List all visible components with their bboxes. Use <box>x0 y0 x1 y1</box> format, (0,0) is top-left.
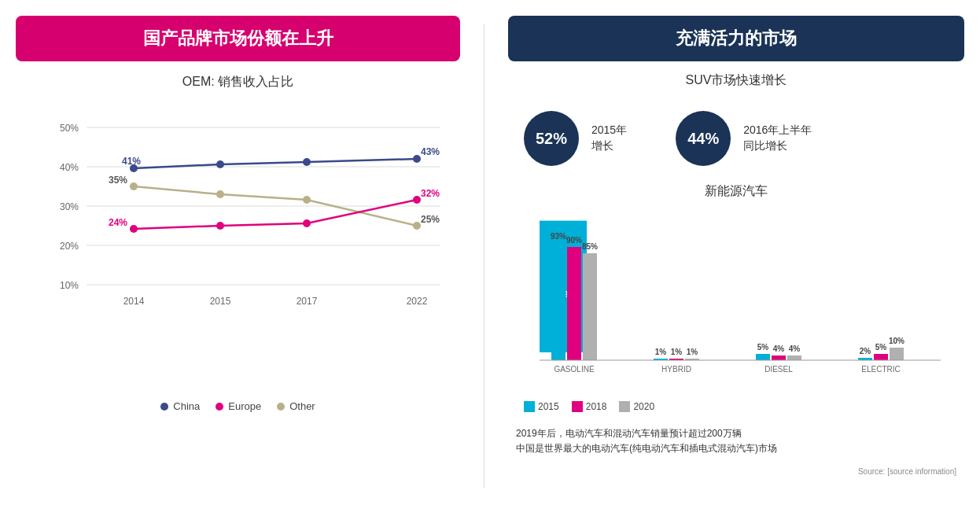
suv-stat1-circle: 52% <box>524 111 579 166</box>
svg-text:1%: 1% <box>687 348 698 356</box>
line-chart-area: 50% 40% 30% 20% 10% 2014 2015 2017 2022 <box>16 108 460 378</box>
svg-text:24%: 24% <box>109 217 127 228</box>
svg-text:5%: 5% <box>875 343 887 352</box>
svg-rect-49 <box>772 355 786 360</box>
suv-stat2-label: 2016年上半年同比增长 <box>743 123 812 153</box>
svg-text:85%: 85% <box>582 242 598 251</box>
line-chart-svg: 50% 40% 30% 20% 10% 2014 2015 2017 2022 <box>55 116 448 352</box>
svg-text:2022: 2022 <box>407 296 428 307</box>
svg-text:30%: 30% <box>60 201 79 212</box>
svg-rect-37 <box>583 253 597 360</box>
svg-text:25%: 25% <box>421 214 440 225</box>
legend-dot-other <box>277 403 285 411</box>
legend-label-china: China <box>173 400 200 412</box>
svg-point-21 <box>216 190 224 198</box>
right-title-box: 充满活力的市场 <box>508 16 964 61</box>
footer-text: 2019年后，电动汽车和混动汽车销量预计超过200万辆 中国是世界最大的电动汽车… <box>508 426 964 456</box>
svg-rect-58 <box>890 348 904 360</box>
svg-text:2017: 2017 <box>297 296 318 307</box>
bar-legend-2015: 2015 <box>524 401 559 412</box>
svg-text:4%: 4% <box>773 344 785 353</box>
legend-dot-china <box>160 403 168 411</box>
svg-text:93%: 93% <box>551 232 566 241</box>
svg-text:20%: 20% <box>60 241 79 252</box>
bar-legend-label-2015: 2015 <box>538 401 559 412</box>
suv-stat2-value: 44% <box>687 130 719 148</box>
svg-point-16 <box>303 158 311 166</box>
right-panel: 充满活力的市场 SUV市场快速增长 52% 2015年增长 44% 2016年上… <box>508 16 964 496</box>
bar-chart-legend: 2015 2018 2020 <box>508 398 964 415</box>
suv-stats: 52% 2015年增长 44% 2016年上半年同比增长 <box>508 105 964 172</box>
legend-europe: Europe <box>216 400 261 412</box>
left-panel: 国产品牌市场份额在上升 OEM: 销售收入占比 50% 40% 30% 20% … <box>16 16 460 496</box>
svg-text:4%: 4% <box>789 344 801 353</box>
bar-legend-color-2020 <box>619 401 630 412</box>
svg-text:32%: 32% <box>421 188 440 199</box>
svg-text:43%: 43% <box>421 146 440 157</box>
svg-text:2015: 2015 <box>210 296 231 307</box>
svg-text:10%: 10% <box>889 337 904 345</box>
svg-rect-56 <box>874 354 888 360</box>
divider <box>484 24 484 488</box>
bar-legend-color-2018 <box>572 401 583 412</box>
bar-legend-2018: 2018 <box>572 401 607 412</box>
bar-legend-color-2015 <box>524 401 535 412</box>
legend-other: Other <box>277 400 315 412</box>
bar-legend-2020: 2020 <box>619 401 654 412</box>
suv-stat1-label: 2015年增长 <box>591 123 627 153</box>
svg-text:10%: 10% <box>60 280 79 291</box>
right-title: 充满活力的市场 <box>676 28 797 48</box>
legend-china: China <box>160 400 200 412</box>
bar-legend-label-2018: 2018 <box>586 401 607 412</box>
suv-stat1-value: 52% <box>536 130 567 148</box>
svg-rect-33 <box>551 243 566 360</box>
svg-text:GASOLINE: GASOLINE <box>554 365 594 374</box>
svg-text:35%: 35% <box>109 175 127 186</box>
chart-legend: China Europe Other <box>16 400 460 412</box>
bar-chart-svg: 93% 93% 90% 85% GASOLINE 1% 1% 1% HYBRID <box>516 211 956 384</box>
new-energy-title: 新能源汽车 <box>508 183 964 200</box>
svg-text:5%: 5% <box>757 343 769 352</box>
svg-point-27 <box>216 222 224 230</box>
svg-text:40%: 40% <box>60 162 79 173</box>
legend-dot-europe <box>216 403 223 411</box>
footer-line1: 2019年后，电动汽车和混动汽车销量预计超过200万辆 <box>516 428 742 439</box>
svg-rect-51 <box>787 355 801 360</box>
bar-legend-label-2020: 2020 <box>633 401 654 412</box>
left-title-box: 国产品牌市场份额在上升 <box>16 16 460 61</box>
source-text: Source: [source information] <box>508 467 964 476</box>
svg-point-23 <box>413 222 421 230</box>
svg-text:DIESEL: DIESEL <box>764 365 793 374</box>
left-title: 国产品牌市场份额在上升 <box>143 28 333 48</box>
svg-point-22 <box>303 196 311 204</box>
svg-point-15 <box>216 160 224 168</box>
svg-point-20 <box>130 182 138 190</box>
svg-text:2%: 2% <box>860 347 871 355</box>
svg-text:1%: 1% <box>655 348 667 356</box>
svg-text:1%: 1% <box>671 348 683 356</box>
svg-rect-35 <box>567 247 581 360</box>
suv-subtitle: SUV市场快速增长 <box>508 72 964 89</box>
svg-text:90%: 90% <box>566 236 582 245</box>
svg-text:41%: 41% <box>122 156 141 167</box>
svg-point-17 <box>413 155 421 163</box>
left-subtitle: OEM: 销售收入占比 <box>16 74 460 90</box>
bar-chart-wrapper: 93% 93% 90% 85% GASOLINE 1% 1% 1% HYBRID <box>508 211 964 387</box>
svg-point-29 <box>413 196 421 204</box>
svg-text:HYBRID: HYBRID <box>661 365 691 374</box>
svg-text:ELECTRIC: ELECTRIC <box>861 365 900 374</box>
svg-point-26 <box>130 225 138 233</box>
suv-stat2-circle: 44% <box>676 111 731 166</box>
legend-label-europe: Europe <box>228 400 261 412</box>
svg-point-28 <box>303 219 311 227</box>
svg-text:2014: 2014 <box>123 296 145 307</box>
footer-line2: 中国是世界最大的电动汽车(纯电动汽车和插电式混动汽车)市场 <box>516 443 777 454</box>
legend-label-other: Other <box>289 400 315 412</box>
svg-rect-47 <box>756 354 770 360</box>
svg-text:50%: 50% <box>60 123 79 134</box>
